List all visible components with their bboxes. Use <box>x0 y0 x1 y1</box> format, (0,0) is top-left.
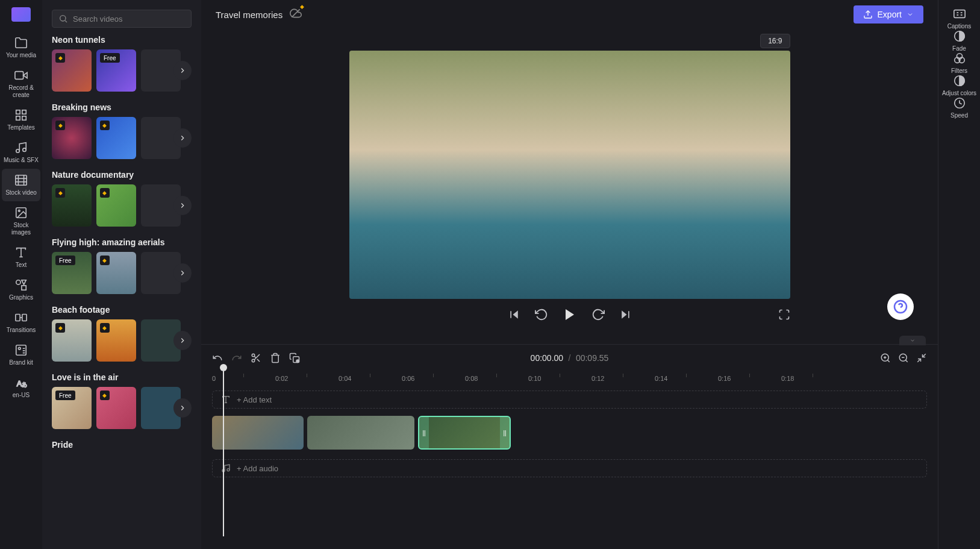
more-button[interactable] <box>173 196 192 215</box>
lang-icon: Aあ <box>14 376 28 389</box>
rewind-button[interactable] <box>535 308 548 321</box>
fullscreen-button[interactable] <box>778 309 790 321</box>
svg-line-47 <box>905 360 907 362</box>
video-thumbnail[interactable]: ◆ <box>52 117 92 159</box>
nav-film[interactable]: Stock video <box>2 169 40 201</box>
timeline-clip[interactable] <box>212 416 304 450</box>
add-audio-label: + Add audio <box>237 464 278 473</box>
zoom-out-button[interactable] <box>898 353 909 363</box>
video-thumbnail[interactable]: ◆ <box>96 252 136 294</box>
nav-music[interactable]: Music & SFX <box>2 136 40 169</box>
nav-camera[interactable]: Record & create <box>2 64 40 104</box>
search-input-wrapper[interactable] <box>52 10 192 28</box>
playhead[interactable] <box>223 368 224 536</box>
premium-badge-icon: ◆ <box>55 188 65 198</box>
category-section: Beach footage◆◆ <box>42 305 201 362</box>
timeline-ruler[interactable]: 00:020:040:060:080:100:120:140:160:18 <box>212 371 938 386</box>
preview-area: 16:9 <box>201 29 938 344</box>
nav-brand[interactable]: Brand kit <box>2 339 40 371</box>
timeline-clip[interactable] <box>307 416 414 450</box>
cloud-sync-icon[interactable]: ◆ <box>290 7 302 22</box>
audio-track[interactable]: + Add audio <box>212 459 927 477</box>
video-track[interactable]: ||||4K Aerial Flying Around Rocky Desert… <box>212 416 927 452</box>
left-nav-rail: Your mediaRecord & createTemplatesMusic … <box>0 0 42 549</box>
more-button[interactable] <box>173 61 192 80</box>
chevron-right-icon <box>178 404 187 412</box>
chevron-right-icon <box>178 336 187 345</box>
ruler-tick: 0:16 <box>718 375 731 382</box>
cc-icon <box>953 7 966 20</box>
ruler-tick: 0:10 <box>528 375 541 382</box>
speed-icon <box>953 96 966 110</box>
video-thumbnail[interactable]: Free <box>52 387 92 429</box>
svg-line-43 <box>887 360 889 362</box>
category-title: Nature documentary <box>52 170 192 180</box>
export-button[interactable]: Export <box>854 5 923 24</box>
more-button[interactable] <box>173 331 192 350</box>
project-title[interactable]: Travel memories <box>216 10 282 20</box>
skip-forward-button[interactable] <box>619 309 631 321</box>
clip-trim-left-handle[interactable]: || <box>419 417 429 448</box>
svg-line-38 <box>257 359 260 362</box>
video-thumbnail[interactable]: ◆ <box>96 184 136 227</box>
free-badge: Free <box>100 53 120 63</box>
video-thumbnail[interactable]: ◆ <box>96 319 136 362</box>
video-thumbnail[interactable]: Free <box>96 49 136 92</box>
video-thumbnail[interactable]: ◆ <box>96 117 136 159</box>
help-button[interactable] <box>887 293 914 320</box>
more-button[interactable] <box>173 263 192 283</box>
video-thumbnail[interactable]: Free <box>52 252 92 294</box>
transition-icon <box>14 311 28 324</box>
nav-lang[interactable]: Aあen-US <box>2 371 40 404</box>
timeline-clip[interactable]: ||||4K Aerial Flying Around Rocky Desert… <box>418 416 511 450</box>
tool-filters[interactable]: Filters <box>942 52 976 74</box>
redo-button[interactable] <box>231 353 242 363</box>
svg-point-6 <box>23 148 27 152</box>
more-button[interactable] <box>173 128 192 148</box>
svg-rect-1 <box>16 110 20 114</box>
tool-speed[interactable]: Speed <box>942 96 976 119</box>
tool-fade[interactable]: Fade <box>942 30 976 52</box>
skip-back-button[interactable] <box>508 309 520 321</box>
undo-button[interactable] <box>212 353 223 363</box>
svg-rect-17 <box>22 286 26 290</box>
free-badge: Free <box>55 256 75 265</box>
tool-adjust[interactable]: Adjust colors <box>942 74 976 96</box>
clip-trim-right-handle[interactable]: || <box>500 417 510 448</box>
svg-point-41 <box>296 360 299 363</box>
folder-icon <box>14 36 28 49</box>
category-section: Pride <box>42 440 201 454</box>
split-button[interactable] <box>251 353 261 363</box>
app-logo[interactable] <box>11 7 31 22</box>
fit-timeline-button[interactable] <box>916 353 927 363</box>
music-icon <box>14 141 28 154</box>
search-input[interactable] <box>73 14 185 24</box>
play-button[interactable] <box>563 307 577 322</box>
nav-template[interactable]: Templates <box>2 104 40 136</box>
video-preview[interactable] <box>349 51 790 299</box>
category-section: Nature documentary◆◆ <box>42 170 201 227</box>
zoom-in-button[interactable] <box>880 353 891 363</box>
nav-image[interactable]: Stock images <box>2 201 40 241</box>
video-thumbnail[interactable]: ◆ <box>96 387 136 429</box>
nav-transition[interactable]: Transitions <box>2 306 40 339</box>
camera-icon <box>14 69 28 82</box>
video-thumbnail[interactable]: ◆ <box>52 49 92 92</box>
nav-text[interactable]: Text <box>2 241 40 274</box>
video-thumbnail[interactable]: ◆ <box>52 319 92 362</box>
svg-point-54 <box>227 469 229 471</box>
delete-button[interactable] <box>270 353 281 363</box>
text-track[interactable]: + Add text <box>212 391 927 409</box>
nav-folder[interactable]: Your media <box>2 31 40 64</box>
aspect-ratio-selector[interactable]: 16:9 <box>760 34 790 48</box>
filters-icon <box>953 52 966 65</box>
duplicate-button[interactable] <box>289 353 300 363</box>
svg-point-25 <box>60 16 66 21</box>
tool-cc[interactable]: Captions <box>942 7 976 30</box>
forward-button[interactable] <box>591 308 605 321</box>
ruler-tick: 0:18 <box>781 375 794 382</box>
video-thumbnail[interactable]: ◆ <box>52 184 92 227</box>
more-button[interactable] <box>173 398 192 418</box>
adjust-icon <box>953 74 966 87</box>
nav-shapes[interactable]: Graphics <box>2 274 40 306</box>
